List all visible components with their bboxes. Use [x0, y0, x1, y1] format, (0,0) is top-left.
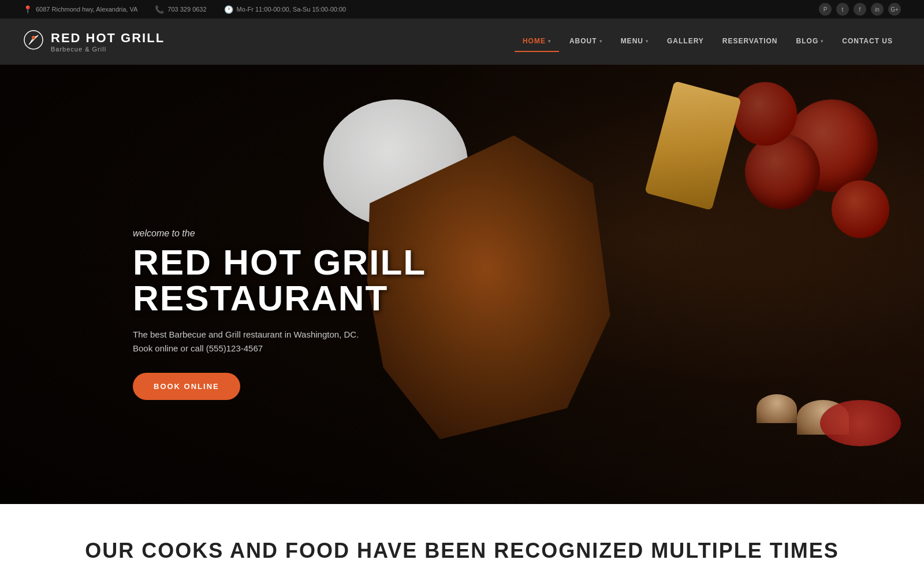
- logo-text: RED HOT GRILL Barbecue & Grill: [51, 31, 165, 53]
- logo-icon: [23, 29, 44, 54]
- nav-blog-arrow: ▾: [821, 39, 824, 44]
- hero-title: RED HOT GRILL RESTAURANT: [133, 244, 479, 316]
- phone-text: 703 329 0632: [167, 6, 206, 13]
- social-links: P t f in G+: [819, 3, 901, 16]
- logo[interactable]: RED HOT GRILL Barbecue & Grill: [23, 29, 165, 54]
- social-pinterest[interactable]: P: [819, 3, 832, 16]
- phone-item: 📞 703 329 0632: [155, 5, 206, 14]
- nav-home-arrow: ▾: [548, 39, 551, 44]
- hours-item: 🕐 Mo-Fr 11:00-00:00, Sa-Su 15:00-00:00: [224, 5, 346, 14]
- main-nav: HOME ▾ ABOUT ▾ MENU ▾ GALLERY RESERVATIO…: [515, 31, 901, 52]
- nav-about-arrow: ▾: [599, 39, 602, 44]
- nav-home[interactable]: HOME ▾: [515, 31, 559, 52]
- nav-menu[interactable]: MENU ▾: [613, 31, 657, 52]
- logo-subtitle: Barbecue & Grill: [51, 46, 165, 53]
- hero-welcome: welcome to the: [133, 228, 479, 239]
- site-header: RED HOT GRILL Barbecue & Grill HOME ▾ AB…: [0, 18, 924, 65]
- book-online-button[interactable]: BOOK ONLINE: [133, 373, 240, 400]
- social-linkedin[interactable]: in: [871, 3, 884, 16]
- nav-blog[interactable]: BLOG ▾: [788, 31, 832, 52]
- phone-icon: 📞: [155, 5, 164, 14]
- hours-text: Mo-Fr 11:00-00:00, Sa-Su 15:00-00:00: [237, 6, 346, 13]
- svg-point-2: [32, 36, 35, 39]
- nav-menu-arrow: ▾: [646, 39, 649, 44]
- address-text: 6087 Richmond hwy, Alexandria, VA: [36, 6, 137, 13]
- hero-sauce-decor: [820, 400, 901, 446]
- clock-icon: 🕐: [224, 5, 233, 14]
- hero-section: welcome to the RED HOT GRILL RESTAURANT …: [0, 65, 924, 504]
- top-bar-info: 📍 6087 Richmond hwy, Alexandria, VA 📞 70…: [23, 5, 346, 14]
- nav-gallery[interactable]: GALLERY: [659, 31, 712, 52]
- location-icon: 📍: [23, 5, 32, 14]
- social-googleplus[interactable]: G+: [888, 3, 901, 16]
- hero-mushroom2-decor: [757, 394, 797, 423]
- nav-contact[interactable]: CONTACT US: [834, 31, 901, 52]
- nav-reservation[interactable]: RESERVATION: [714, 31, 786, 52]
- recognition-title: OUR COOKS AND FOOD HAVE BEEN RECOGNIZED …: [23, 539, 901, 563]
- below-hero-section: OUR COOKS AND FOOD HAVE BEEN RECOGNIZED …: [0, 504, 924, 578]
- hero-content: welcome to the RED HOT GRILL RESTAURANT …: [133, 228, 479, 400]
- top-bar: 📍 6087 Richmond hwy, Alexandria, VA 📞 70…: [0, 0, 924, 18]
- social-twitter[interactable]: t: [836, 3, 849, 16]
- address-item: 📍 6087 Richmond hwy, Alexandria, VA: [23, 5, 137, 14]
- logo-name: RED HOT GRILL: [51, 31, 165, 46]
- nav-about[interactable]: ABOUT ▾: [561, 31, 610, 52]
- hero-description: The best Barbecue and Grill restaurant i…: [133, 328, 479, 355]
- social-facebook[interactable]: f: [854, 3, 866, 16]
